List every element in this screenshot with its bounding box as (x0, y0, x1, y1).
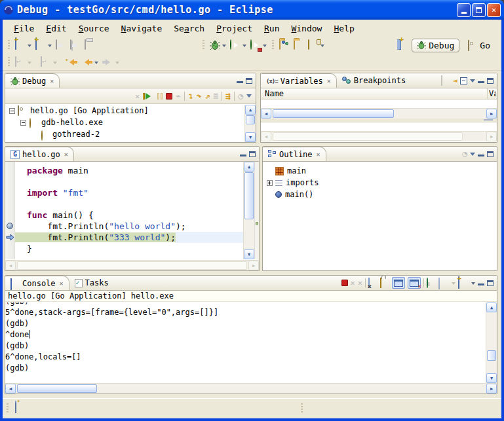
scroll-up-icon[interactable]: ▲ (244, 162, 254, 172)
sort-icon[interactable]: ◔ (462, 150, 467, 158)
menu-source[interactable]: Source (73, 22, 115, 35)
menu-run[interactable]: Run (258, 22, 285, 35)
search-button[interactable] (307, 38, 326, 52)
go-into-button[interactable] (39, 55, 58, 69)
tab-debug[interactable]: Debug ✕ (5, 73, 60, 88)
variables-column-header[interactable]: Name Value (261, 88, 497, 100)
new-wizard-button[interactable] (14, 38, 33, 52)
debug-tree-item[interactable]: gdb-hello.exe (5, 117, 244, 128)
view-management-icon[interactable]: ◔ (238, 92, 243, 100)
debug-tree-item[interactable]: gothread-2 (5, 128, 244, 140)
console-vertical-scrollbar[interactable]: ▲ ▼ (486, 302, 497, 383)
tab-close-icon[interactable]: ✕ (50, 77, 54, 84)
scroll-right-icon[interactable]: ▶ (486, 384, 497, 394)
resume-icon[interactable] (143, 93, 154, 100)
view-minimize-icon[interactable] (478, 284, 484, 285)
editor-overview-ruler[interactable] (254, 162, 259, 259)
tab-breakpoints[interactable]: Breakpoints (337, 73, 411, 88)
view-maximize-icon[interactable] (249, 151, 256, 157)
maximize-button[interactable] (472, 3, 486, 17)
view-menu-icon[interactable] (470, 153, 475, 158)
show-stdout-button[interactable] (392, 277, 405, 289)
menu-navigate[interactable]: Navigate (115, 22, 168, 35)
menu-file[interactable]: File (8, 22, 40, 35)
open-type-button[interactable] (278, 38, 291, 52)
code-line[interactable]: import "fmt" (15, 187, 243, 198)
view-maximize-icon[interactable] (487, 78, 494, 84)
code-line[interactable]: fmt.Println("333 world"); (15, 232, 243, 243)
use-step-filters-icon[interactable]: ⇶ (225, 92, 231, 100)
console-output[interactable]: (gdb) 5^done,stack-args=[frame={level="0… (5, 302, 486, 383)
menu-project[interactable]: Project (210, 22, 258, 35)
disconnect-icon[interactable]: ⌁ (176, 92, 181, 100)
tab-variables[interactable]: (x)= Variables ✕ (261, 73, 337, 88)
view-minimize-icon[interactable] (478, 155, 484, 156)
tab-tasks[interactable]: Tasks (69, 276, 114, 290)
code-line[interactable]: } (15, 243, 243, 254)
tree-expander-icon[interactable] (20, 120, 26, 126)
step-return-icon[interactable]: ⇗ (205, 92, 210, 100)
tab-console[interactable]: Console ✕ (5, 276, 69, 290)
menu-search[interactable]: Search (168, 22, 210, 35)
tab-hello-go[interactable]: G hello.go ✕ (5, 147, 74, 161)
variables-detail-pane[interactable] (261, 122, 497, 131)
remove-all-terminated-icon[interactable]: ✕ (358, 278, 362, 287)
menu-window[interactable]: Window (285, 22, 328, 35)
open-resource-button[interactable] (292, 38, 305, 52)
scroll-down-icon[interactable]: ▼ (244, 249, 254, 259)
tab-close-icon[interactable]: ✕ (317, 151, 320, 158)
view-minimize-icon[interactable] (478, 81, 484, 83)
show-type-names-button[interactable] (441, 76, 450, 85)
last-edit-location-button[interactable] (14, 55, 33, 69)
terminate-icon[interactable] (341, 280, 348, 286)
scroll-down-icon[interactable]: ▼ (245, 132, 256, 142)
scroll-thumb[interactable] (487, 350, 496, 361)
external-tools-button[interactable] (249, 38, 268, 52)
toolbar-grip[interactable] (8, 57, 10, 67)
fast-view-icon[interactable] (15, 401, 16, 413)
clear-console-icon[interactable] (368, 278, 370, 288)
tab-close-icon[interactable]: ✕ (60, 280, 64, 287)
breakpoint-icon[interactable] (7, 223, 13, 229)
scroll-left-icon[interactable]: ◀ (5, 384, 16, 394)
collapse-all-icon[interactable] (460, 77, 467, 84)
tab-outline[interactable]: Outline ✕ (263, 147, 326, 161)
drop-to-frame-icon[interactable]: ≡ (214, 92, 219, 100)
scroll-left-icon[interactable]: ◀ (261, 109, 271, 119)
toolbar-grip[interactable] (203, 40, 204, 50)
variables-detail-sash[interactable] (261, 119, 497, 122)
scroll-down-icon[interactable]: ▼ (486, 373, 497, 383)
console-horizontal-scrollbar[interactable]: ◀ ▶ (5, 383, 497, 394)
detail-horizontal-scrollbar[interactable]: ◀ ▶ (261, 131, 497, 141)
editor-vertical-scrollbar[interactable]: ▲ ▼ (243, 162, 254, 259)
variables-horizontal-scrollbar[interactable]: ◀ ▶ (261, 108, 497, 119)
remove-all-terminated-icon[interactable]: ✕ (135, 92, 140, 101)
code-editor[interactable]: package mainimport "fmt"func main() { fm… (15, 162, 243, 259)
scroll-thumb[interactable] (244, 172, 254, 219)
scroll-thumb[interactable] (17, 384, 97, 393)
scroll-up-icon[interactable]: ▲ (486, 302, 497, 312)
save-button[interactable] (54, 38, 68, 52)
view-maximize-icon[interactable] (487, 151, 494, 157)
perspective-go-button[interactable]: Go (463, 39, 495, 52)
overview-annotation[interactable] (256, 222, 258, 225)
step-into-icon[interactable]: ↴ (188, 92, 193, 100)
menu-edit[interactable]: Edit (40, 22, 72, 35)
tree-expander-icon[interactable] (9, 108, 15, 114)
view-minimize-icon[interactable] (237, 81, 243, 83)
back-to-button[interactable]: ✦ (65, 55, 79, 69)
back-button[interactable] (80, 55, 100, 69)
open-perspective-button[interactable] (397, 40, 408, 50)
outline-tree-item[interactable]: imports (263, 177, 497, 189)
code-line[interactable]: func main() { (15, 210, 243, 221)
show-logical-structure-icon[interactable]: ⇥ (453, 77, 457, 85)
tab-close-icon[interactable]: ✕ (327, 77, 331, 84)
view-maximize-icon[interactable] (487, 280, 494, 286)
editor-marker-ruler[interactable] (5, 162, 15, 259)
terminate-icon[interactable] (166, 93, 172, 100)
toolbar-grip[interactable] (8, 40, 10, 50)
pin-console-icon[interactable] (427, 278, 428, 288)
forward-button[interactable] (101, 55, 121, 69)
debug-vertical-scrollbar[interactable]: ▲ ▼ (244, 105, 256, 142)
display-selected-console-icon[interactable] (438, 278, 440, 289)
